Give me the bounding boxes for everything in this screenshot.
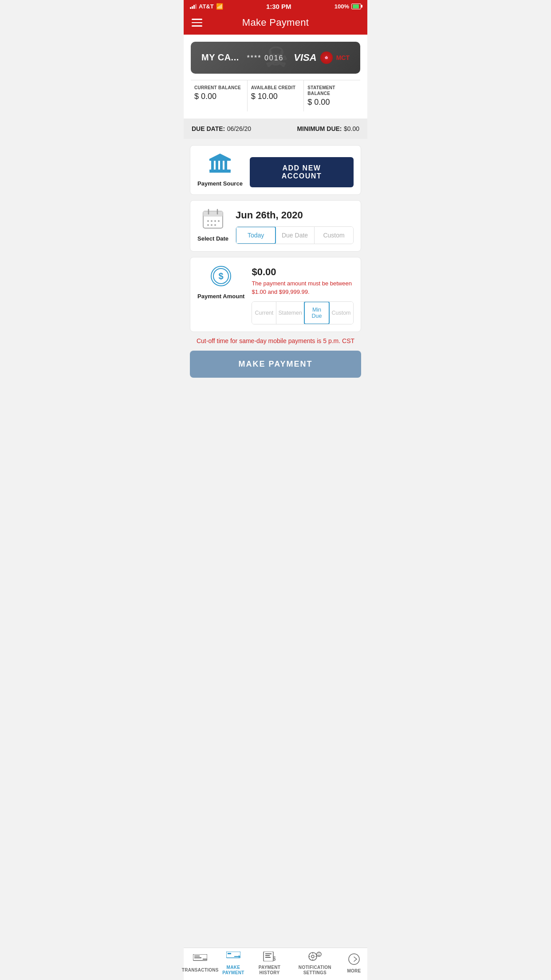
statement-balance-label: STATEMENT BALANCE [307, 85, 357, 96]
page-title: Make Payment [242, 17, 309, 28]
select-date-label: Select Date [197, 235, 228, 243]
card-watermark: ☠ [264, 42, 287, 73]
status-bar: AT&T 📶 1:30 PM 100% [184, 0, 367, 12]
card-name: MY CA... [201, 52, 239, 62]
date-option-custom[interactable]: Custom [315, 227, 353, 244]
select-date-icon-area: Select Date [197, 208, 228, 243]
clock: 1:30 PM [266, 3, 291, 10]
card-logos: VISA 🌸 MCT [294, 51, 350, 64]
balance-row: CURRENT BALANCE $ 0.00 AVAILABLE CREDIT … [191, 80, 360, 111]
date-option-due-date[interactable]: Due Date [276, 227, 315, 244]
payment-amount-card: $ Payment Amount $0.00 The payment amoun… [190, 257, 361, 332]
card-section: ☠ MY CA... **** 0016 VISA 🌸 MCT CURRENT … [184, 35, 367, 119]
payment-amount-icon-area: $ Payment Amount [197, 265, 244, 300]
amount-error: The payment amount must be between $1.00… [252, 280, 354, 296]
available-credit-value: $ 10.00 [251, 92, 300, 101]
payment-amount-inner: $ Payment Amount $0.00 The payment amoun… [197, 265, 354, 324]
svg-point-17 [211, 224, 213, 226]
current-balance-value: $ 0.00 [194, 92, 244, 101]
due-date-label: DUE DATE: [192, 125, 225, 132]
date-toggle-group: Today Due Date Custom [236, 226, 354, 244]
svg-rect-0 [209, 159, 231, 161]
amount-option-min-due[interactable]: Min Due [304, 301, 330, 324]
payment-source-content: ADD NEW ACCOUNT [250, 153, 354, 187]
payment-source-card: Payment Source ADD NEW ACCOUNT [190, 145, 361, 195]
battery-label: 100% [335, 3, 349, 10]
due-date-value: 06/26/20 [227, 125, 252, 132]
select-date-card: Select Date Jun 26th, 2020 Today Due Dat… [190, 200, 361, 252]
header: Make Payment [184, 12, 367, 35]
svg-point-15 [218, 220, 220, 222]
mct-logo-area: 🌸 [320, 51, 333, 64]
make-payment-button[interactable]: MAKE PAYMENT [190, 351, 361, 378]
battery-icon [351, 4, 361, 9]
visa-logo: VISA [294, 52, 316, 63]
calendar-icon [201, 208, 224, 232]
min-due-value: $0.00 [344, 125, 359, 132]
add-account-button[interactable]: ADD NEW ACCOUNT [250, 157, 354, 187]
payment-source-label: Payment Source [197, 180, 243, 188]
amount-option-current[interactable]: Current [252, 302, 276, 324]
payment-source-icon-area: Payment Source [197, 153, 243, 188]
select-date-inner: Select Date Jun 26th, 2020 Today Due Dat… [197, 208, 354, 244]
statement-balance: STATEMENT BALANCE $ 0.00 [304, 80, 360, 111]
amount-toggle-group: Current Statemen Min Due Custom [252, 301, 354, 324]
svg-rect-6 [209, 170, 231, 171]
svg-point-16 [207, 224, 209, 226]
signal-icon [190, 4, 197, 9]
mct-label: MCT [336, 54, 350, 61]
bank-icon [208, 153, 232, 177]
svg-point-12 [207, 220, 209, 222]
svg-point-18 [214, 224, 216, 226]
svg-rect-4 [220, 161, 223, 170]
status-right: 100% [335, 3, 361, 10]
svg-rect-2 [211, 161, 214, 170]
cutoff-text: Cut-off time for same-day mobile payment… [190, 337, 361, 344]
menu-button[interactable] [192, 19, 202, 27]
available-credit: AVAILABLE CREDIT $ 10.00 [248, 80, 304, 111]
svg-point-13 [211, 220, 213, 222]
svg-rect-5 [224, 161, 227, 170]
current-balance: CURRENT BALANCE $ 0.00 [191, 80, 248, 111]
min-due-label: MINIMUM DUE: [297, 125, 342, 132]
minimum-due: MINIMUM DUE: $0.00 [297, 125, 359, 133]
svg-point-14 [214, 220, 216, 222]
payment-source-inner: Payment Source ADD NEW ACCOUNT [197, 153, 354, 188]
amount-option-statement[interactable]: Statemen [276, 302, 304, 324]
mct-icon: 🌸 [320, 51, 333, 64]
svg-marker-1 [209, 154, 231, 159]
date-display: Jun 26th, 2020 [236, 209, 354, 221]
current-balance-label: CURRENT BALANCE [194, 85, 244, 91]
svg-rect-9 [203, 211, 223, 217]
carrier-label: AT&T [199, 3, 214, 10]
svg-text:$: $ [219, 271, 224, 281]
amount-option-custom[interactable]: Custom [329, 302, 353, 324]
credit-card: ☠ MY CA... **** 0016 VISA 🌸 MCT [191, 42, 360, 74]
content-area: Payment Source ADD NEW ACCOUNT [184, 139, 367, 419]
due-date-bar: DUE DATE: 06/26/20 MINIMUM DUE: $0.00 [184, 119, 367, 139]
svg-rect-7 [209, 171, 231, 173]
dollar-icon: $ [209, 265, 232, 289]
due-date: DUE DATE: 06/26/20 [192, 125, 251, 133]
svg-rect-3 [216, 161, 218, 170]
wifi-icon: 📶 [216, 3, 223, 10]
select-date-content: Jun 26th, 2020 Today Due Date Custom [236, 208, 354, 244]
available-credit-label: AVAILABLE CREDIT [251, 85, 300, 91]
status-left: AT&T 📶 [190, 3, 223, 10]
amount-value: $0.00 [252, 266, 354, 278]
statement-balance-value: $ 0.00 [307, 98, 357, 107]
payment-amount-content: $0.00 The payment amount must be between… [252, 265, 354, 324]
date-option-today[interactable]: Today [236, 226, 276, 244]
payment-amount-label: Payment Amount [197, 293, 244, 300]
